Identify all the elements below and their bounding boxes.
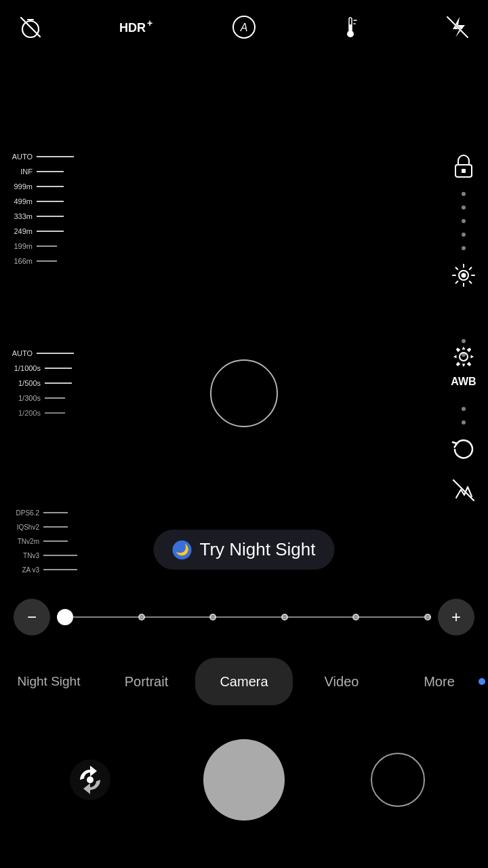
scale-item-333m: 333m [7, 209, 74, 224]
more-tab-dot [479, 678, 485, 685]
scale-item-auto: AUTO [7, 149, 74, 164]
svg-text:A: A [240, 22, 248, 33]
brightness-icon[interactable] [446, 258, 481, 293]
shutter-200: 1/200s [7, 406, 74, 420]
exposure-icon[interactable] [334, 10, 368, 44]
exposure-track[interactable] [57, 616, 431, 618]
hdr-plus-icon[interactable]: HDR + [121, 10, 155, 44]
mode-tabs: Night Sight Portrait Camera Video More [0, 658, 488, 705]
timer-icon[interactable] [14, 10, 47, 44]
top-toolbar: HDR + A [0, 0, 488, 54]
tab-night-sight[interactable]: Night Sight [0, 658, 98, 705]
shutter-auto: AUTO [7, 346, 74, 361]
debug-iqshv: IQShv2 [7, 520, 77, 534]
lock-ae-icon[interactable] [446, 149, 481, 184]
debug-dps: DPS6.2 [7, 506, 77, 519]
svg-text:HDR: HDR [119, 21, 146, 35]
scale-item-inf: INF [7, 164, 74, 179]
slider-dot-6 [424, 614, 431, 620]
reset-icon[interactable] [446, 432, 481, 467]
debug-info: DPS6.2 IQShv2 TNv2m TNv3 ZA v3 [7, 506, 77, 576]
scale-item-166m: 166m [7, 254, 74, 269]
svg-text:+: + [147, 18, 152, 28]
slider-dot-active [57, 609, 73, 625]
svg-point-27 [460, 353, 468, 361]
slider-dot-5 [352, 614, 359, 620]
svg-line-23 [456, 268, 458, 270]
bottom-controls [0, 726, 488, 834]
auto-mode-icon[interactable]: A [227, 10, 261, 44]
debug-tnv2m: TNv2m [7, 534, 77, 548]
gallery-button[interactable] [371, 753, 425, 807]
svg-line-26 [456, 281, 458, 283]
settings-icon[interactable] [446, 339, 481, 374]
debug-zav3: ZA v3 [7, 563, 77, 576]
exposure-minus-button[interactable]: − [14, 599, 50, 635]
scale-item-249m: 249m [7, 224, 74, 239]
right-dot-1 [462, 192, 466, 196]
right-dot-2 [462, 205, 466, 210]
slider-dots [57, 609, 431, 625]
right-dot-4 [462, 233, 466, 237]
scale-item-499m: 499m [7, 194, 74, 209]
svg-point-0 [22, 21, 39, 37]
shutter-button[interactable] [203, 739, 285, 821]
shutter-500: 1/500s [7, 376, 74, 391]
svg-rect-16 [462, 169, 466, 173]
night-sight-label: Try Night Sight [200, 539, 316, 560]
flash-off-icon[interactable] [441, 10, 474, 44]
right-dot-9 [462, 420, 466, 425]
right-dot-3 [462, 219, 466, 223]
svg-point-30 [87, 776, 94, 783]
scale-item-199m: 199m [7, 239, 74, 254]
svg-point-10 [347, 31, 354, 37]
right-dot-5 [462, 246, 466, 250]
shutter-speed-scale: AUTO 1/1000s 1/500s 1/300s 1/200s [7, 346, 74, 420]
shutter-1000: 1/1000s [7, 361, 74, 376]
svg-rect-9 [349, 24, 352, 31]
tab-more[interactable]: More [390, 658, 488, 705]
right-panel: AWB [446, 149, 481, 508]
tab-video[interactable]: Video [293, 658, 390, 705]
no-motion-icon[interactable] [446, 473, 481, 508]
exposure-slider: − + [0, 597, 488, 637]
slider-dot-2 [138, 614, 145, 620]
debug-tnv3: TNv3 [7, 549, 77, 562]
svg-line-24 [470, 281, 472, 283]
slider-dot-3 [209, 614, 216, 620]
moon-icon: 🌙 [173, 540, 192, 559]
slider-dot-4 [281, 614, 288, 620]
flip-camera-button[interactable] [63, 753, 117, 807]
shutter-300: 1/300s [7, 391, 74, 406]
tab-portrait[interactable]: Portrait [98, 658, 195, 705]
focus-distance-scale: AUTO INF 999m 499m 333m 249m 199m 166m [7, 149, 74, 269]
svg-line-25 [470, 268, 472, 270]
svg-point-18 [462, 273, 466, 278]
tab-camera[interactable]: Camera [195, 658, 293, 705]
right-dot-8 [462, 407, 466, 411]
focus-circle [210, 359, 278, 427]
scale-item-999m: 999m [7, 179, 74, 194]
exposure-plus-button[interactable]: + [438, 599, 474, 635]
night-sight-tooltip[interactable]: 🌙 Try Night Sight [154, 530, 335, 570]
